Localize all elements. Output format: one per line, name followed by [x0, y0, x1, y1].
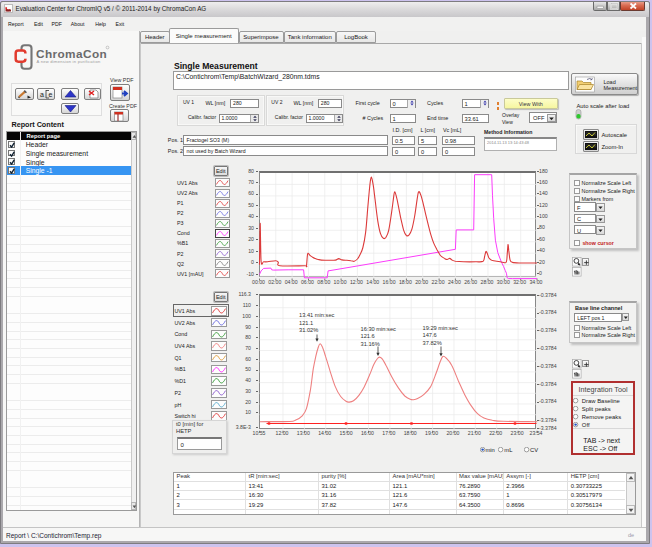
svg-text:a: a: [40, 91, 44, 98]
svg-text:A new dimension in purificatio: A new dimension in purification: [37, 59, 101, 64]
svg-text:e: e: [49, 91, 53, 98]
